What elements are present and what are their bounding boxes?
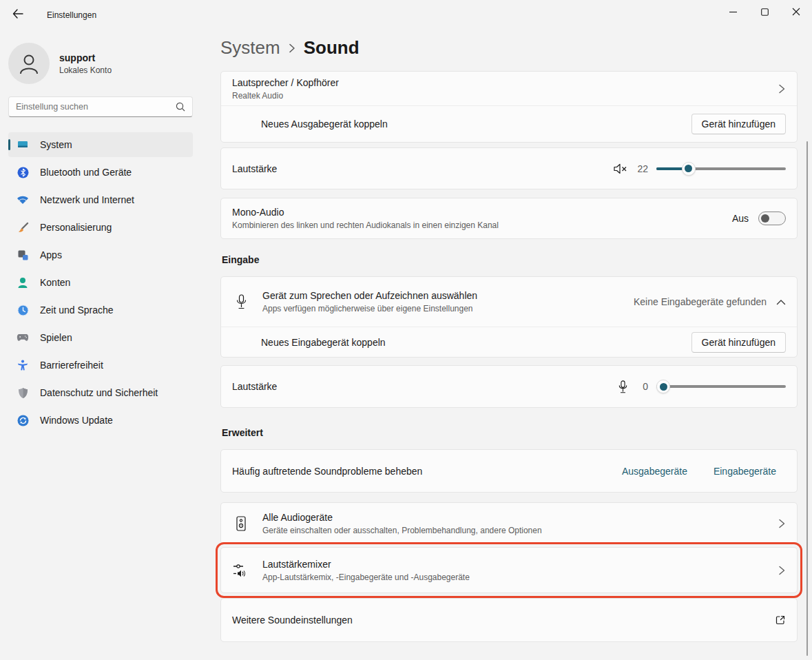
troubleshoot-label: Häufig auftretende Soundprobleme beheben [232, 466, 422, 477]
sidebar-item-bluetooth[interactable]: Bluetooth und Geräte [8, 160, 193, 185]
user-account[interactable]: support Lokales Konto [8, 43, 112, 84]
mono-audio-state: Aus [732, 213, 749, 224]
input-device-title: Gerät zum Sprechen oder Aufzeichnen ausw… [262, 290, 477, 301]
output-device-card: Lautsprecher / Kopfhörer Realtek Audio N… [220, 71, 798, 143]
troubleshoot-card: Häufig auftretende Soundprobleme beheben… [220, 449, 798, 493]
pair-output-row: Neues Ausgabegerät koppeln Gerät hinzufü… [221, 105, 797, 142]
settings-content: Lautsprecher / Kopfhörer Realtek Audio N… [220, 71, 798, 642]
sidebar-item-label: Barrierefreiheit [40, 360, 103, 371]
sidebar-item-privacy[interactable]: Datenschutz und Sicherheit [8, 380, 193, 405]
sidebar-item-label: Personalisierung [40, 222, 112, 233]
section-header-input: Eingabe [222, 254, 798, 265]
speaker-device-subtitle: Realtek Audio [232, 91, 339, 101]
breadcrumb-system[interactable]: System [220, 37, 280, 59]
vertical-scrollbar[interactable] [806, 141, 808, 656]
output-volume-label: Lautstärke [232, 163, 277, 174]
external-link-icon [775, 615, 786, 626]
sidebar-item-apps[interactable]: Apps [8, 243, 193, 267]
input-volume-card: Lautstärke 0 [220, 365, 798, 408]
window-title: Einstellungen [47, 10, 96, 20]
system-icon [17, 138, 29, 151]
input-volume-slider-thumb[interactable] [656, 380, 670, 393]
back-arrow-icon [12, 9, 23, 19]
sidebar-item-windows-update[interactable]: Windows Update [8, 408, 193, 433]
slider-fill [656, 167, 685, 170]
speaker-cabinet-icon [236, 516, 246, 531]
sidebar-item-network[interactable]: Netzwerk und Internet [8, 187, 193, 212]
add-output-device-button[interactable]: Gerät hinzufügen [691, 114, 786, 134]
sidebar-item-label: Bluetooth und Geräte [40, 167, 132, 178]
more-sound-settings-card[interactable]: Weitere Soundeinstellungen [220, 598, 798, 642]
shield-icon [17, 386, 29, 399]
user-account-type: Lokales Konto [59, 65, 112, 75]
sidebar-nav: System Bluetooth und Geräte Netzwerk und… [8, 132, 193, 435]
output-volume-slider[interactable] [656, 162, 786, 176]
accessibility-icon [17, 359, 29, 371]
pair-input-row: Neues Eingabegerät koppeln Gerät hinzufü… [221, 327, 797, 357]
sidebar-item-label: Spielen [40, 332, 72, 343]
wifi-icon [17, 194, 29, 206]
input-volume-value: 0 [636, 381, 648, 392]
all-audio-devices-card[interactable]: Alle Audiogeräte Geräte einschalten oder… [220, 502, 798, 544]
input-device-select-row[interactable]: Gerät zum Sprechen oder Aufzeichnen ausw… [221, 277, 797, 327]
sidebar-item-time-language[interactable]: Zeit und Sprache [8, 298, 193, 322]
input-volume-slider[interactable] [656, 380, 786, 393]
volume-mixer-title: Lautstärkemixer [262, 559, 470, 570]
page-title: Sound [304, 37, 360, 59]
output-volume-slider-thumb[interactable] [682, 162, 696, 176]
all-audio-devices-subtitle: Geräte einschalten oder ausschalten, Pro… [262, 526, 542, 535]
speaker-device-row[interactable]: Lautsprecher / Kopfhörer Realtek Audio [221, 72, 797, 105]
accounts-icon [17, 276, 29, 289]
chevron-up-icon[interactable] [776, 299, 786, 305]
search-icon [176, 102, 185, 112]
apps-icon [17, 249, 29, 261]
search-input[interactable] [16, 102, 176, 112]
avatar [8, 43, 50, 84]
input-device-card: Gerät zum Sprechen oder Aufzeichnen ausw… [220, 276, 798, 358]
sidebar: support Lokales Konto System Bluetooth u… [0, 30, 207, 660]
section-header-advanced: Erweitert [222, 427, 798, 438]
sidebar-item-system[interactable]: System [8, 132, 193, 157]
volume-mixer-card[interactable]: Lautstärkemixer App-Lautstärkemix, -Eing… [220, 547, 798, 593]
sidebar-item-label: Konten [40, 277, 70, 288]
mono-audio-title: Mono-Audio [232, 207, 499, 218]
sidebar-item-label: Apps [40, 249, 62, 260]
sidebar-item-label: Zeit und Sprache [40, 305, 114, 316]
sidebar-item-personalization[interactable]: Personalisierung [8, 215, 193, 240]
muted-speaker-icon[interactable] [614, 163, 627, 174]
speaker-device-title: Lautsprecher / Kopfhörer [232, 77, 339, 88]
clock-icon [17, 304, 29, 316]
output-volume-card: Lautstärke 22 [220, 147, 798, 189]
breadcrumb: System Sound [220, 37, 360, 59]
user-name: support [59, 52, 112, 63]
input-device-status: Keine Eingabegeräte gefunden [634, 296, 767, 307]
sidebar-item-accounts[interactable]: Konten [8, 270, 193, 295]
paintbrush-icon [17, 221, 29, 234]
input-device-subtitle: Apps verfügen möglicherweise über eigene… [262, 304, 477, 313]
mono-audio-card: Mono-Audio Kombinieren des linken und re… [220, 198, 798, 239]
sidebar-item-gaming[interactable]: Spielen [8, 325, 193, 350]
update-icon [17, 414, 29, 426]
pair-input-label: Neues Eingabegerät koppeln [232, 337, 386, 348]
input-volume-label: Lautstärke [232, 381, 277, 392]
microphone-small-icon[interactable] [618, 380, 627, 393]
back-button[interactable] [7, 4, 29, 23]
chevron-right-icon [778, 518, 786, 529]
add-input-device-button[interactable]: Gerät hinzufügen [691, 332, 786, 353]
troubleshoot-input-link[interactable]: Eingabegeräte [714, 466, 776, 477]
gamepad-icon [17, 331, 29, 344]
sidebar-item-label: Windows Update [40, 415, 113, 426]
sidebar-item-accessibility[interactable]: Barrierefreiheit [8, 353, 193, 378]
volume-mixer-icon [233, 563, 249, 578]
search-box[interactable] [8, 96, 193, 117]
chevron-right-icon [778, 83, 786, 94]
mono-audio-toggle[interactable] [758, 212, 786, 225]
chevron-right-icon [778, 565, 786, 576]
person-icon [17, 52, 41, 75]
main-panel: System Sound Lautsprecher / Kopfhörer Re… [220, 0, 798, 660]
all-audio-devices-title: Alle Audiogeräte [262, 512, 542, 523]
sidebar-item-label: Netzwerk und Internet [40, 194, 134, 205]
troubleshoot-output-link[interactable]: Ausgabegeräte [622, 466, 687, 477]
mono-audio-subtitle: Kombinieren des linken und rechten Audio… [232, 220, 499, 230]
sidebar-item-label: Datenschutz und Sicherheit [40, 387, 158, 398]
